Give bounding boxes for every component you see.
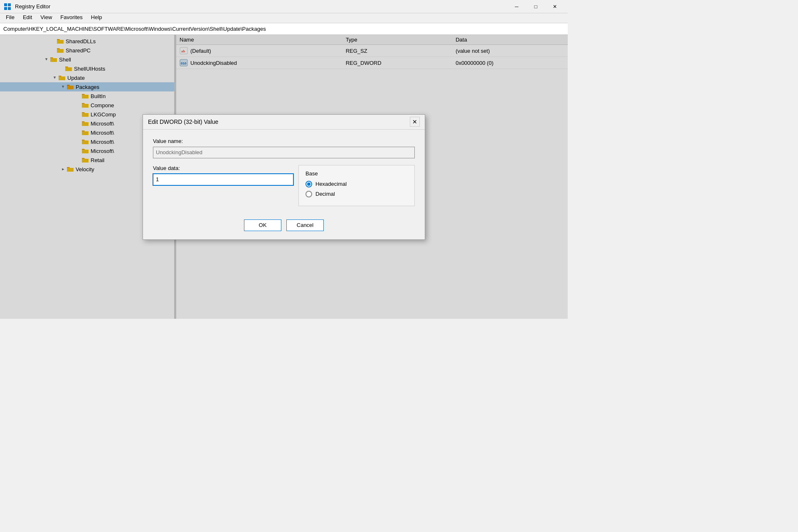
address-path: Computer\HKEY_LOCAL_MACHINE\SOFTWARE\Mic…	[3, 26, 266, 32]
svg-rect-0	[4, 3, 7, 6]
svg-rect-1	[8, 3, 11, 6]
main-content: SharedDLLs SharedPC ► Shell	[0, 35, 568, 319]
value-name-input[interactable]	[153, 147, 415, 158]
base-section: Base Hexadecimal Decimal	[298, 165, 415, 206]
minimize-button[interactable]: ─	[507, 0, 526, 13]
cancel-button[interactable]: Cancel	[286, 219, 324, 231]
edit-dword-dialog: Edit DWORD (32-bit) Value ✕ Value name: …	[143, 114, 425, 240]
menu-favorites[interactable]: Favorites	[56, 13, 86, 23]
radio-decimal-label: Decimal	[315, 191, 335, 197]
radio-hexadecimal[interactable]: Hexadecimal	[305, 181, 408, 187]
maximize-button[interactable]: □	[526, 0, 545, 13]
value-data-label: Value data:	[153, 165, 293, 171]
radio-hexadecimal-circle	[305, 181, 312, 187]
app-icon	[3, 2, 12, 11]
dialog-buttons: OK Cancel	[143, 214, 425, 239]
dialog-title-bar: Edit DWORD (32-bit) Value ✕	[143, 115, 425, 130]
menu-edit[interactable]: Edit	[19, 13, 36, 23]
menu-file[interactable]: File	[2, 13, 19, 23]
window-title: Registry Editor	[15, 3, 507, 10]
window-controls: ─ □ ✕	[507, 0, 564, 13]
radio-decimal-circle	[305, 191, 312, 197]
value-base-row: Value data: Base Hexadecimal Decimal	[153, 165, 415, 206]
radio-hexadecimal-label: Hexadecimal	[315, 181, 347, 187]
svg-rect-2	[4, 7, 7, 10]
address-bar: Computer\HKEY_LOCAL_MACHINE\SOFTWARE\Mic…	[0, 23, 568, 35]
value-data-input[interactable]	[153, 174, 293, 185]
dialog-body: Value name: Value data: Base Hexadecimal	[143, 130, 425, 214]
ok-button[interactable]: OK	[244, 219, 281, 231]
close-button[interactable]: ✕	[545, 0, 564, 13]
svg-rect-3	[8, 7, 11, 10]
menu-view[interactable]: View	[36, 13, 56, 23]
menu-bar: File Edit View Favorites Help	[0, 13, 568, 23]
value-data-section: Value data:	[153, 165, 293, 185]
dialog-close-button[interactable]: ✕	[410, 117, 420, 127]
base-label: Base	[305, 170, 408, 177]
radio-decimal[interactable]: Decimal	[305, 191, 408, 197]
title-bar: Registry Editor ─ □ ✕	[0, 0, 568, 13]
modal-overlay: Edit DWORD (32-bit) Value ✕ Value name: …	[0, 35, 568, 319]
menu-help[interactable]: Help	[87, 13, 106, 23]
value-name-label: Value name:	[153, 138, 415, 144]
dialog-title: Edit DWORD (32-bit) Value	[148, 118, 218, 125]
